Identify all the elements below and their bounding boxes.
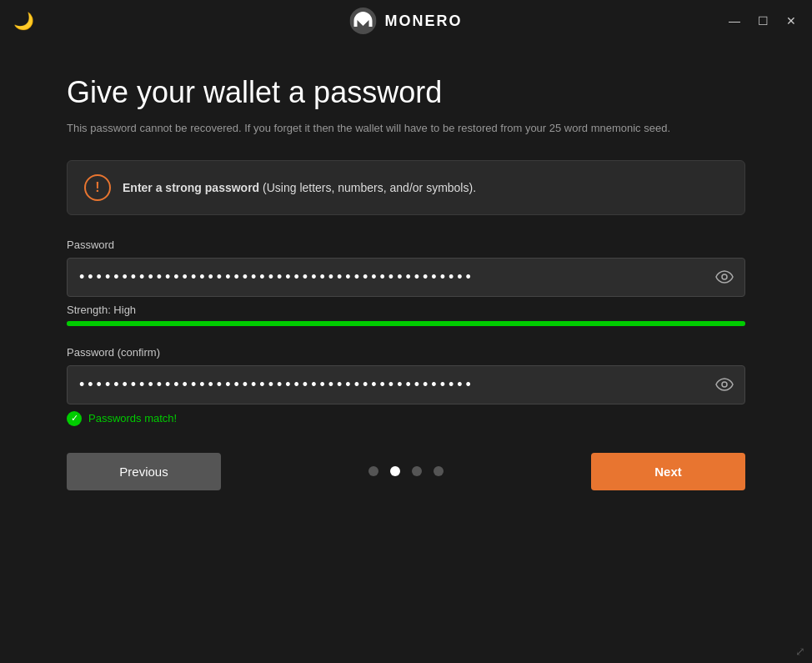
page-title: Give your wallet a password <box>67 75 745 110</box>
password-input-wrapper <box>67 258 745 297</box>
strength-bar-fill <box>67 321 745 326</box>
close-button[interactable]: ✕ <box>784 13 799 28</box>
confirm-password-toggle-visibility-button[interactable] <box>715 378 734 391</box>
navigation-row: Previous Next <box>67 453 745 490</box>
eye-icon <box>715 270 734 284</box>
monero-logo-icon <box>350 8 377 34</box>
progress-dot-2 <box>390 466 400 476</box>
moon-icon: 🌙 <box>13 11 34 31</box>
warning-text: Enter a strong password (Using letters, … <box>123 181 476 194</box>
strength-label: Strength: High <box>67 304 745 316</box>
passwords-match-message: ✓ Passwords match! <box>67 411 745 426</box>
progress-dot-3 <box>412 466 422 476</box>
progress-dots <box>368 466 444 476</box>
warning-icon: ! <box>84 174 111 201</box>
resize-handle: ⤢ <box>795 645 805 658</box>
match-text: Passwords match! <box>88 412 177 424</box>
progress-dot-1 <box>368 466 378 476</box>
confirm-password-input-wrapper <box>67 365 745 404</box>
maximize-button[interactable]: ☐ <box>755 13 770 28</box>
app-title: MONERO <box>385 13 463 30</box>
svg-point-1 <box>722 274 727 279</box>
password-toggle-visibility-button[interactable] <box>715 270 734 284</box>
warning-text-rest: (Using letters, numbers, and/or symbols)… <box>259 181 476 194</box>
password-input[interactable] <box>67 258 745 297</box>
previous-button[interactable]: Previous <box>67 453 221 490</box>
titlebar-controls: — ☐ ✕ <box>727 13 799 28</box>
progress-dot-4 <box>434 466 444 476</box>
confirm-eye-icon <box>715 378 734 391</box>
svg-point-2 <box>722 382 727 387</box>
minimize-button[interactable]: — <box>727 13 742 28</box>
warning-text-bold: Enter a strong password <box>123 181 259 194</box>
titlebar-center: MONERO <box>350 8 463 34</box>
page-subtitle: This password cannot be recovered. If yo… <box>67 120 745 137</box>
next-button[interactable]: Next <box>591 453 745 490</box>
main-content: Give your wallet a password This passwor… <box>0 42 812 524</box>
check-circle-icon: ✓ <box>67 411 82 426</box>
warning-box: ! Enter a strong password (Using letters… <box>67 160 745 215</box>
strength-bar-background <box>67 321 745 326</box>
titlebar: 🌙 MONERO — ☐ ✕ <box>0 0 812 42</box>
titlebar-left: 🌙 <box>13 11 34 31</box>
confirm-password-label: Password (confirm) <box>67 346 745 359</box>
password-label: Password <box>67 239 745 251</box>
confirm-password-input[interactable] <box>67 365 745 404</box>
